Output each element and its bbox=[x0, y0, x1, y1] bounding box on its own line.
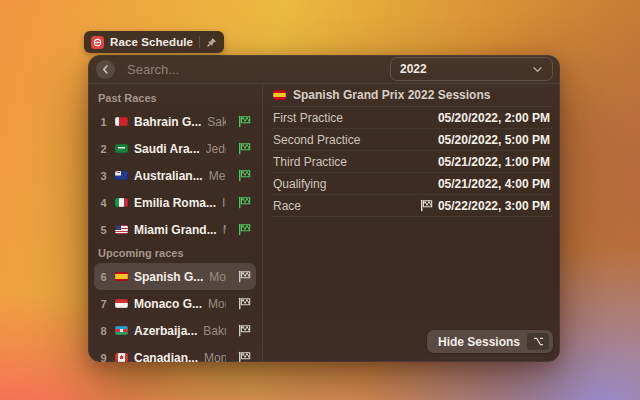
chevron-left-icon bbox=[101, 64, 110, 75]
session-label: Second Practice bbox=[273, 133, 360, 147]
race-index: 2 bbox=[98, 143, 109, 155]
checkered-flag-icon bbox=[238, 142, 251, 155]
flag-italy-icon bbox=[115, 198, 128, 208]
command-tag: Race Schedule bbox=[84, 31, 224, 53]
race-index: 5 bbox=[98, 224, 109, 236]
checkered-flag-icon bbox=[238, 196, 251, 209]
session-row-first-practice: First Practice 05/20/2022, 2:00 PM bbox=[271, 107, 552, 129]
race-location: Montmeló,... bbox=[209, 270, 226, 284]
race-index: 3 bbox=[98, 170, 109, 182]
list-item-australia[interactable]: 3 Australian... Melbourne,... bbox=[94, 162, 256, 189]
search-header: Search... 2022 bbox=[88, 55, 560, 84]
flag-bahrain-icon bbox=[115, 117, 128, 127]
session-label: Race bbox=[273, 199, 301, 213]
flag-spain-icon bbox=[115, 272, 128, 282]
race-index: 7 bbox=[98, 298, 109, 310]
session-label: Qualifying bbox=[273, 177, 326, 191]
list-item-emilia-romagna[interactable]: 4 Emilia Roma... Imola, Italy bbox=[94, 189, 256, 216]
sessions-header: Spanish Grand Prix 2022 Sessions bbox=[271, 84, 552, 107]
flag-saudi-arabia-icon bbox=[115, 144, 128, 154]
race-list: Past Races 1 Bahrain G... Sakhir, Bahr..… bbox=[88, 84, 262, 362]
flag-monaco-icon bbox=[115, 299, 128, 309]
race-index: 9 bbox=[98, 352, 109, 363]
pin-icon bbox=[206, 37, 217, 48]
race-title: Saudi Ara... bbox=[134, 142, 200, 156]
hide-sessions-label: Hide Sessions bbox=[438, 335, 520, 349]
race-title: Australian... bbox=[134, 169, 203, 183]
checkered-flag-icon bbox=[238, 169, 251, 182]
section-header-upcoming: Upcoming races bbox=[94, 243, 256, 263]
session-datetime: 05/21/2022, 4:00 PM bbox=[438, 177, 550, 191]
race-location: Miami, USA bbox=[223, 223, 226, 237]
race-schedule-window: Search... 2022 Past Races 1 Bahrain G...… bbox=[88, 55, 560, 362]
session-row-race: Race 05/22/2022, 3:00 PM bbox=[271, 195, 552, 217]
flag-australia-icon bbox=[115, 171, 128, 181]
chevron-down-icon bbox=[532, 66, 543, 73]
sessions-detail-panel: Spanish Grand Prix 2022 Sessions First P… bbox=[263, 84, 560, 362]
checkered-flag-icon bbox=[420, 199, 433, 212]
flag-canada-icon bbox=[115, 353, 128, 362]
command-tag-label: Race Schedule bbox=[110, 36, 193, 48]
race-title: Bahrain G... bbox=[134, 115, 201, 129]
race-location: Monte-Carl... bbox=[208, 297, 226, 311]
race-location: Imola, Italy bbox=[222, 196, 226, 210]
race-index: 6 bbox=[98, 271, 109, 283]
list-item-saudi[interactable]: 2 Saudi Ara... Jeddah, Sa... bbox=[94, 135, 256, 162]
race-location: Montreal, C... bbox=[204, 351, 226, 363]
flag-spain-icon bbox=[273, 90, 286, 100]
session-datetime: 05/21/2022, 1:00 PM bbox=[438, 155, 550, 169]
race-location: Baku, Azerb... bbox=[203, 324, 226, 338]
list-item-miami[interactable]: 5 Miami Grand... Miami, USA bbox=[94, 216, 256, 243]
option-key-icon bbox=[527, 333, 549, 350]
list-item-azerbaijan[interactable]: 8 Azerbaija... Baku, Azerb... bbox=[94, 317, 256, 344]
race-index: 8 bbox=[98, 325, 109, 337]
search-input[interactable]: Search... bbox=[127, 62, 390, 77]
session-label: Third Practice bbox=[273, 155, 347, 169]
back-button[interactable] bbox=[96, 60, 115, 79]
race-title: Monaco G... bbox=[134, 297, 202, 311]
race-title: Miami Grand... bbox=[134, 223, 217, 237]
tag-divider bbox=[199, 36, 200, 48]
race-location: Sakhir, Bahr... bbox=[207, 115, 226, 129]
section-header-past: Past Races bbox=[94, 88, 256, 108]
session-row-third-practice: Third Practice 05/21/2022, 1:00 PM bbox=[271, 151, 552, 173]
race-title: Spanish G... bbox=[134, 270, 203, 284]
race-location: Melbourne,... bbox=[209, 169, 226, 183]
list-item-monaco[interactable]: 7 Monaco G... Monte-Carl... bbox=[94, 290, 256, 317]
list-item-canada[interactable]: 9 Canadian... Montreal, C... bbox=[94, 344, 256, 362]
race-location: Jeddah, Sa... bbox=[206, 142, 226, 156]
session-row-qualifying: Qualifying 05/21/2022, 4:00 PM bbox=[271, 173, 552, 195]
race-index: 1 bbox=[98, 116, 109, 128]
list-item-bahrain[interactable]: 1 Bahrain G... Sakhir, Bahr... bbox=[94, 108, 256, 135]
year-dropdown[interactable]: 2022 bbox=[390, 57, 553, 81]
steering-wheel-icon bbox=[92, 37, 103, 48]
session-datetime: 05/22/2022, 3:00 PM bbox=[420, 199, 550, 213]
race-schedule-app-icon bbox=[91, 36, 104, 49]
race-index: 4 bbox=[98, 197, 109, 209]
checkered-flag-icon bbox=[238, 351, 251, 362]
checkered-flag-icon bbox=[238, 297, 251, 310]
sessions-title: Spanish Grand Prix 2022 Sessions bbox=[293, 88, 490, 102]
checkered-flag-icon bbox=[238, 324, 251, 337]
hide-sessions-button[interactable]: Hide Sessions bbox=[427, 330, 553, 353]
session-datetime-text: 05/22/2022, 3:00 PM bbox=[438, 199, 550, 213]
race-title: Canadian... bbox=[134, 351, 198, 363]
flag-azerbaijan-icon bbox=[115, 326, 128, 336]
checkered-flag-icon bbox=[238, 223, 251, 236]
session-label: First Practice bbox=[273, 111, 343, 125]
race-title: Azerbaija... bbox=[134, 324, 197, 338]
race-title: Emilia Roma... bbox=[134, 196, 216, 210]
session-datetime: 05/20/2022, 5:00 PM bbox=[438, 133, 550, 147]
session-row-second-practice: Second Practice 05/20/2022, 5:00 PM bbox=[271, 129, 552, 151]
list-item-spain-selected[interactable]: 6 Spanish G... Montmeló,... bbox=[94, 263, 256, 290]
session-datetime: 05/20/2022, 2:00 PM bbox=[438, 111, 550, 125]
flag-usa-icon bbox=[115, 225, 128, 235]
checkered-flag-icon bbox=[238, 115, 251, 128]
action-bar: Hide Sessions bbox=[427, 330, 553, 353]
checkered-flag-icon bbox=[238, 270, 251, 283]
year-dropdown-value: 2022 bbox=[400, 62, 427, 76]
